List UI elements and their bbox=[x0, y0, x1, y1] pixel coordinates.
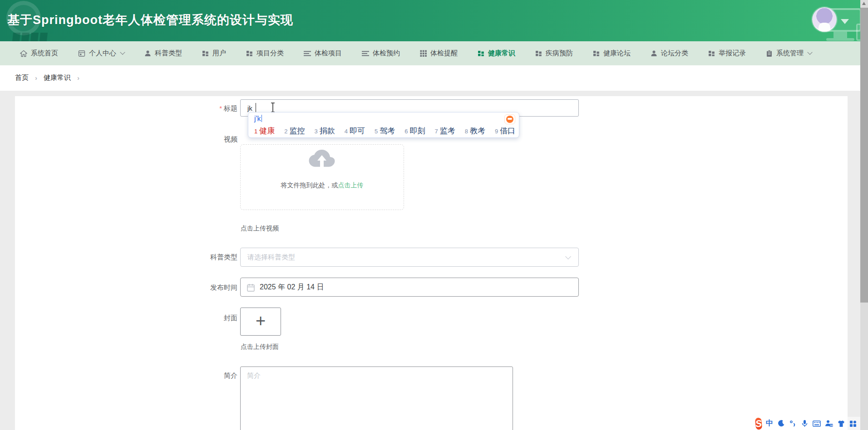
chevron-down-icon bbox=[120, 49, 125, 54]
type-select[interactable]: 请选择科普类型 bbox=[240, 248, 579, 267]
nav-item-举报记录[interactable]: 举报记录 bbox=[698, 41, 756, 65]
nav-item-label: 项目分类 bbox=[256, 49, 284, 58]
breadcrumb-item-current[interactable]: 健康常识 bbox=[44, 73, 71, 82]
home-icon bbox=[20, 50, 27, 57]
nav-item-label: 科普类型 bbox=[155, 49, 182, 58]
type-select-placeholder: 请选择科普类型 bbox=[247, 253, 295, 262]
nav-item-体检提醒[interactable]: 体检提醒 bbox=[410, 41, 468, 65]
ime-candidate[interactable]: 3捐款 bbox=[314, 126, 335, 136]
nav-item-label: 个人中心 bbox=[89, 49, 116, 58]
grid-icon bbox=[202, 50, 209, 57]
emoji-icon[interactable] bbox=[504, 114, 515, 124]
skin-icon[interactable] bbox=[837, 419, 845, 428]
nav-item-label: 体检项目 bbox=[315, 49, 342, 58]
avatar[interactable] bbox=[812, 7, 837, 32]
grid-icon bbox=[246, 50, 253, 57]
ime-candidate[interactable]: 8教考 bbox=[465, 126, 485, 136]
punctuation-icon[interactable] bbox=[789, 419, 797, 428]
header-decoration-books bbox=[13, 33, 67, 41]
ime-candidate[interactable]: 7监考 bbox=[434, 126, 455, 136]
cover-label: 封面 bbox=[156, 314, 237, 322]
ime-candidate[interactable]: 6即刻 bbox=[404, 126, 425, 136]
user-icon bbox=[144, 50, 151, 57]
grid-icon bbox=[535, 50, 542, 57]
nav-item-用户[interactable]: 用户 bbox=[192, 41, 236, 65]
grid-icon bbox=[478, 50, 484, 57]
monitor-illustration-base bbox=[826, 38, 854, 41]
upload-link[interactable]: 点击上传 bbox=[338, 181, 364, 189]
nav-item-项目分类[interactable]: 项目分类 bbox=[236, 41, 294, 65]
intro-label: 简介 bbox=[156, 371, 237, 380]
publish-date-value: 2025 年 02 月 14 日 bbox=[260, 283, 324, 292]
main-nav: 系统首页 个人中心 科普类型 用户 项目分类 体检项目 体检预约 体检提醒 健康… bbox=[0, 41, 868, 65]
title-label: *标题 bbox=[156, 104, 237, 113]
breadcrumb-separator: › bbox=[35, 74, 37, 82]
breadcrumb-row: 首页 › 健康常识 › bbox=[0, 65, 868, 91]
ime-pager: ‹ › bbox=[506, 127, 514, 135]
clipboard-icon bbox=[766, 50, 773, 57]
avatar-dropdown-caret[interactable] bbox=[841, 19, 849, 24]
text-caret bbox=[256, 103, 256, 113]
moon-icon[interactable] bbox=[777, 419, 785, 428]
ime-candidate[interactable]: 4即可 bbox=[345, 126, 365, 136]
user-icon bbox=[651, 50, 657, 57]
nav-item-label: 健康论坛 bbox=[603, 49, 631, 58]
toolbox-icon[interactable] bbox=[849, 419, 857, 428]
ime-next-page-icon[interactable]: › bbox=[512, 127, 514, 135]
nav-item-label: 用户 bbox=[212, 49, 226, 58]
grid-icon bbox=[708, 50, 715, 57]
nav-item-个人中心[interactable]: 个人中心 bbox=[68, 41, 134, 65]
ime-candidate[interactable]: 1健康 bbox=[254, 126, 275, 136]
sogou-logo[interactable]: S bbox=[755, 417, 763, 430]
nav-item-疾病预防[interactable]: 疾病预防 bbox=[525, 41, 583, 65]
calendar-icon bbox=[247, 283, 255, 292]
nav-item-label: 疾病预防 bbox=[546, 49, 573, 58]
panel-icon bbox=[78, 50, 85, 57]
required-mark: * bbox=[219, 104, 222, 112]
microphone-icon[interactable] bbox=[801, 419, 809, 428]
publish-date-input[interactable]: 2025 年 02 月 14 日 bbox=[240, 278, 579, 297]
nav-item-体检项目[interactable]: 体检项目 bbox=[294, 41, 352, 65]
nav-item-健康论坛[interactable]: 健康论坛 bbox=[583, 41, 641, 65]
ime-candidate-list: 1健康2监控3捐款4即可5驾考6即刻7监考8教考9借口 bbox=[254, 126, 508, 136]
chinese-mode-icon[interactable]: 中 bbox=[766, 419, 773, 428]
scroll-up-arrow-icon[interactable] bbox=[862, 2, 866, 5]
ime-prev-page-icon[interactable]: ‹ bbox=[506, 127, 508, 135]
nav-item-label: 系统管理 bbox=[776, 49, 804, 58]
cover-upload-box[interactable]: + bbox=[240, 308, 281, 336]
intro-textarea[interactable] bbox=[240, 366, 513, 430]
keyboard-icon[interactable] bbox=[813, 419, 821, 428]
nav-item-健康常识[interactable]: 健康常识 bbox=[468, 41, 525, 65]
account-icon[interactable]: 16 bbox=[825, 419, 833, 428]
nav-item-label: 体检预约 bbox=[373, 49, 400, 58]
nav-item-系统首页[interactable]: 系统首页 bbox=[10, 41, 68, 65]
nav-item-论坛分类[interactable]: 论坛分类 bbox=[641, 41, 698, 65]
ime-candidate[interactable]: 2监控 bbox=[284, 126, 305, 136]
app-title: 基于Springboot老年人体检管理系统的设计与实现 bbox=[7, 12, 293, 28]
ime-toolbar: S 中16 bbox=[754, 417, 868, 430]
dragger-text: 将文件拖到此处，或点击上传 bbox=[240, 181, 404, 190]
ime-popup: j'k 1健康2监控3捐款4即可5驾考6即刻7监考8教考9借口 ‹ › bbox=[248, 112, 519, 138]
video-label: 视频 bbox=[156, 135, 237, 144]
app-header: 基于Springboot老年人体检管理系统的设计与实现 bbox=[0, 0, 868, 41]
nav-item-系统管理[interactable]: 系统管理 bbox=[756, 41, 822, 65]
video-upload-hint: 点击上传视频 bbox=[241, 225, 279, 233]
ime-candidate[interactable]: 5驾考 bbox=[375, 126, 395, 136]
grid-icon bbox=[593, 50, 600, 57]
scrollbar-thumb[interactable] bbox=[860, 8, 868, 303]
grid9-icon bbox=[420, 50, 427, 57]
breadcrumb-separator: › bbox=[77, 74, 79, 82]
vertical-scrollbar[interactable] bbox=[860, 0, 868, 430]
chevron-down-icon bbox=[565, 254, 571, 259]
breadcrumb-item-home[interactable]: 首页 bbox=[15, 73, 29, 82]
nav-item-科普类型[interactable]: 科普类型 bbox=[134, 41, 192, 65]
date-label: 发布时间 bbox=[156, 283, 237, 292]
chevron-down-icon bbox=[807, 49, 812, 54]
nav-item-label: 体检提醒 bbox=[430, 49, 458, 58]
nav-item-体检预约[interactable]: 体检预约 bbox=[352, 41, 410, 65]
cover-upload-hint: 点击上传封面 bbox=[241, 343, 279, 351]
upload-cloud-icon bbox=[307, 148, 336, 171]
ime-composition: j'k bbox=[254, 115, 262, 123]
list-icon bbox=[304, 50, 311, 57]
nav-item-label: 举报记录 bbox=[719, 49, 746, 58]
